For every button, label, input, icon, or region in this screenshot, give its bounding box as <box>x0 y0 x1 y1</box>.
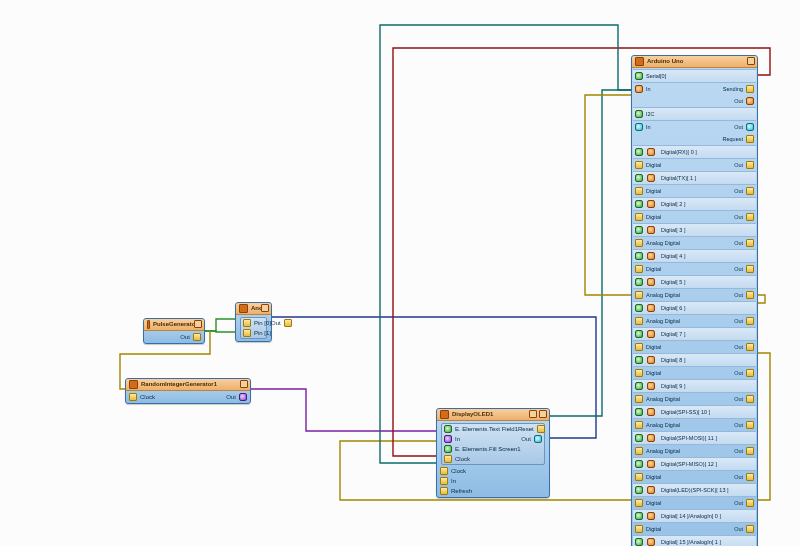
digital-in-pin[interactable] <box>635 525 643 533</box>
out-pin[interactable] <box>284 319 292 327</box>
digital-out-pin[interactable] <box>746 265 754 273</box>
serial-out-pin[interactable] <box>746 97 754 105</box>
digital-pin-11[interactable]: Digital(SPI-MOSI)[ 11 ] <box>633 431 756 445</box>
digital-in-pin[interactable] <box>635 291 643 299</box>
pin-led-icon <box>635 460 643 468</box>
node-title[interactable]: DisplayOLED1 <box>437 409 549 421</box>
digital-out-pin[interactable] <box>746 421 754 429</box>
pin-out-label: Out <box>734 396 743 402</box>
i2c-req-pin[interactable] <box>746 135 754 143</box>
digital-out-pin[interactable] <box>746 447 754 455</box>
digital-in-pin[interactable] <box>635 447 643 455</box>
digital-in-pin[interactable] <box>635 343 643 351</box>
node-arduino-uno[interactable]: Arduino Uno Serial[0] InSending Out I2C … <box>631 55 758 546</box>
element2-expand-pin[interactable] <box>444 445 452 453</box>
el1-in-pin[interactable] <box>444 435 452 443</box>
serial-in-pin[interactable] <box>635 85 643 93</box>
pin-left-label: Analog Digital <box>646 396 680 402</box>
node-title[interactable]: Arduino Uno <box>632 56 757 68</box>
out-pin[interactable] <box>193 333 201 341</box>
digital-pin-13[interactable]: Digital(LED)(SPI-SCK)[ 13 ] <box>633 483 756 497</box>
node-title[interactable]: PulseGenerator1 <box>144 319 204 331</box>
digital-out-pin[interactable] <box>746 525 754 533</box>
node-title[interactable]: RandomIntegerGenerator1 <box>126 379 250 391</box>
pin-out-label: Out <box>734 526 743 532</box>
digital-out-pin[interactable] <box>746 213 754 221</box>
digital-in-pin[interactable] <box>635 161 643 169</box>
clock-pin[interactable] <box>440 467 448 475</box>
pin-out-label: Out <box>734 214 743 220</box>
digital-out-pin[interactable] <box>746 499 754 507</box>
element1-expand-pin[interactable] <box>444 425 452 433</box>
digital-pin-1[interactable]: Digital(TX)[ 1 ] <box>633 171 756 185</box>
digital-out-pin[interactable] <box>746 291 754 299</box>
digital-in-pin[interactable] <box>635 369 643 377</box>
node-title[interactable]: And1 <box>236 303 271 315</box>
node-and[interactable]: And1 Pin [0]Out Pin [1] <box>235 302 272 342</box>
digital-pin-8[interactable]: Digital[ 8 ] <box>633 353 756 367</box>
in-pin[interactable] <box>440 477 448 485</box>
digital-in-pin[interactable] <box>635 421 643 429</box>
i2c-expand[interactable] <box>635 110 643 118</box>
out-pin[interactable] <box>534 435 542 443</box>
node-icon <box>147 320 150 329</box>
digital-pin-12[interactable]: Digital(SPI-MISO)[ 12 ] <box>633 457 756 471</box>
digital-pin-15[interactable]: Digital[ 15 ]/AnalogIn[ 1 ] <box>633 535 756 546</box>
pin-btn-icon[interactable] <box>529 410 537 418</box>
digital-pin-7[interactable]: Digital[ 7 ] <box>633 327 756 341</box>
clock-pin[interactable] <box>129 393 137 401</box>
digital-out-pin[interactable] <box>746 369 754 377</box>
digital-pin-9[interactable]: Digital[ 9 ] <box>633 379 756 393</box>
pin-out-label: Out <box>734 370 743 376</box>
serial-sending-pin[interactable] <box>746 85 754 93</box>
el2-clock-pin[interactable] <box>444 455 452 463</box>
pin-led-icon <box>647 356 655 364</box>
digital-out-pin[interactable] <box>746 239 754 247</box>
digital-in-pin[interactable] <box>635 395 643 403</box>
digital-pin-4[interactable]: Digital[ 4 ] <box>633 249 756 263</box>
pin-btn-icon[interactable] <box>747 57 755 65</box>
pin-led-icon <box>647 408 655 416</box>
digital-in-pin[interactable] <box>635 239 643 247</box>
digital-out-pin[interactable] <box>746 343 754 351</box>
digital-pin-0[interactable]: Digital(RX)[ 0 ] <box>633 145 756 159</box>
out-pin[interactable] <box>239 393 247 401</box>
digital-in-pin[interactable] <box>635 473 643 481</box>
in-pin1[interactable] <box>243 329 251 337</box>
pin-led-icon <box>635 330 643 338</box>
diagram-canvas[interactable]: { "nodes": { "pulse": {"title": "PulseGe… <box>0 0 800 546</box>
digital-pin-5[interactable]: Digital[ 5 ] <box>633 275 756 289</box>
in-pin0[interactable] <box>243 319 251 327</box>
digital-pin-14[interactable]: Digital[ 14 ]/AnalogIn[ 0 ] <box>633 509 756 523</box>
digital-in-pin[interactable] <box>635 187 643 195</box>
digital-out-pin[interactable] <box>746 473 754 481</box>
digital-pin-3[interactable]: Digital[ 3 ] <box>633 223 756 237</box>
refresh-pin[interactable] <box>440 487 448 495</box>
node-display-oled[interactable]: DisplayOLED1 E. Elements.Text Field1 Res… <box>436 408 550 498</box>
digital-pin-2[interactable]: Digital[ 2 ] <box>633 197 756 211</box>
reset-out-pin[interactable] <box>537 425 545 433</box>
digital-out-pin[interactable] <box>746 161 754 169</box>
digital-in-pin[interactable] <box>635 317 643 325</box>
pin-center-label: Digital(SPI-MISO)[ 12 ] <box>661 461 717 467</box>
pin-btn-icon[interactable] <box>194 320 202 328</box>
node-random-integer-generator[interactable]: RandomIntegerGenerator1 ClockOut <box>125 378 251 404</box>
digital-out-pin[interactable] <box>746 395 754 403</box>
pin-led-icon <box>635 538 643 546</box>
node-pulse-generator[interactable]: PulseGenerator1 Out <box>143 318 205 344</box>
digital-in-pin[interactable] <box>635 265 643 273</box>
digital-in-pin[interactable] <box>635 499 643 507</box>
digital-in-pin[interactable] <box>635 213 643 221</box>
pin-led-icon <box>635 356 643 364</box>
pin-btn-icon[interactable] <box>240 380 248 388</box>
serial-expand[interactable] <box>635 72 643 80</box>
digital-pin-6[interactable]: Digital[ 6 ] <box>633 301 756 315</box>
edit-btn-icon[interactable] <box>539 410 547 418</box>
digital-out-pin[interactable] <box>746 317 754 325</box>
i2c-out-pin[interactable] <box>746 123 754 131</box>
digital-out-pin[interactable] <box>746 187 754 195</box>
pin-btn-icon[interactable] <box>261 304 269 312</box>
pin-left-label: Analog Digital <box>646 240 680 246</box>
digital-pin-10[interactable]: Digital(SPI-SS)[ 10 ] <box>633 405 756 419</box>
i2c-in-pin[interactable] <box>635 123 643 131</box>
